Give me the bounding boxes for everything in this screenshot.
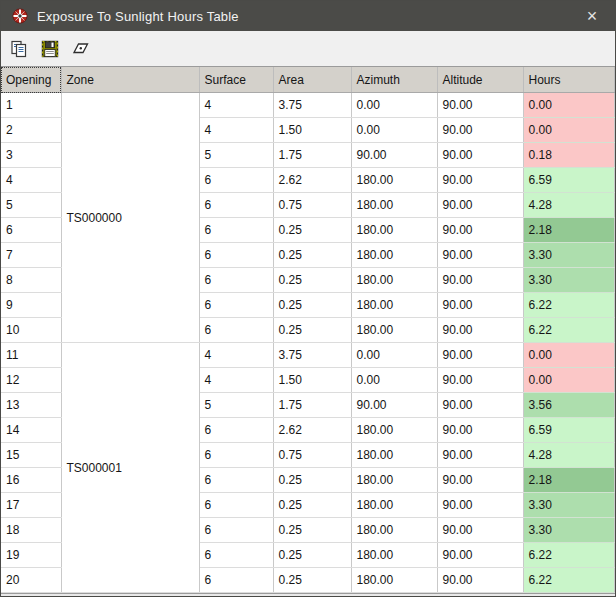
cell-altitude[interactable]: 90.00 — [437, 493, 523, 518]
cell-opening[interactable]: 18 — [1, 518, 61, 543]
cell-opening[interactable]: 10 — [1, 318, 61, 343]
cell-area[interactable]: 3.75 — [273, 93, 351, 118]
cell-surface[interactable]: 6 — [199, 218, 273, 243]
cell-altitude[interactable]: 90.00 — [437, 218, 523, 243]
cell-hours[interactable]: 4.28 — [523, 443, 615, 468]
cell-hours[interactable]: 3.56 — [523, 393, 615, 418]
cell-surface[interactable]: 4 — [199, 368, 273, 393]
cell-hours[interactable]: 2.18 — [523, 468, 615, 493]
cell-azimuth[interactable]: 180.00 — [351, 493, 437, 518]
cell-altitude[interactable]: 90.00 — [437, 568, 523, 593]
column-header-surface[interactable]: Surface — [199, 67, 273, 93]
cell-azimuth[interactable]: 0.00 — [351, 368, 437, 393]
cell-altitude[interactable]: 90.00 — [437, 168, 523, 193]
cell-hours[interactable]: 3.30 — [523, 518, 615, 543]
cell-azimuth[interactable]: 180.00 — [351, 443, 437, 468]
cell-hours[interactable]: 0.00 — [523, 118, 615, 143]
cell-opening[interactable]: 11 — [1, 343, 61, 368]
cell-azimuth[interactable]: 180.00 — [351, 243, 437, 268]
cell-surface[interactable]: 6 — [199, 243, 273, 268]
cell-azimuth[interactable]: 180.00 — [351, 418, 437, 443]
zone-cell[interactable]: TS000000 — [61, 93, 199, 343]
cell-hours[interactable]: 0.00 — [523, 368, 615, 393]
cell-altitude[interactable]: 90.00 — [437, 343, 523, 368]
cell-hours[interactable]: 2.18 — [523, 218, 615, 243]
column-header-hours[interactable]: Hours — [523, 67, 615, 93]
cell-area[interactable]: 1.50 — [273, 368, 351, 393]
cell-surface[interactable]: 4 — [199, 343, 273, 368]
cell-hours[interactable]: 3.30 — [523, 243, 615, 268]
cell-azimuth[interactable]: 180.00 — [351, 318, 437, 343]
cell-azimuth[interactable]: 180.00 — [351, 168, 437, 193]
cell-hours[interactable]: 0.00 — [523, 343, 615, 368]
cell-surface[interactable]: 6 — [199, 268, 273, 293]
cell-altitude[interactable]: 90.00 — [437, 93, 523, 118]
zone-cell[interactable]: TS000001 — [61, 343, 199, 593]
cell-altitude[interactable]: 90.00 — [437, 193, 523, 218]
cell-hours[interactable]: 0.00 — [523, 93, 615, 118]
cell-surface[interactable]: 4 — [199, 118, 273, 143]
cell-area[interactable]: 0.25 — [273, 268, 351, 293]
cell-opening[interactable]: 3 — [1, 143, 61, 168]
cell-opening[interactable]: 8 — [1, 268, 61, 293]
cell-hours[interactable]: 6.22 — [523, 568, 615, 593]
cell-area[interactable]: 0.25 — [273, 543, 351, 568]
cell-surface[interactable]: 4 — [199, 93, 273, 118]
cell-hours[interactable]: 6.22 — [523, 318, 615, 343]
cell-surface[interactable]: 6 — [199, 193, 273, 218]
cell-area[interactable]: 0.25 — [273, 468, 351, 493]
cell-surface[interactable]: 6 — [199, 493, 273, 518]
cell-hours[interactable]: 4.28 — [523, 193, 615, 218]
cell-azimuth[interactable]: 0.00 — [351, 343, 437, 368]
cell-hours[interactable]: 6.59 — [523, 168, 615, 193]
cell-area[interactable]: 3.75 — [273, 343, 351, 368]
cell-altitude[interactable]: 90.00 — [437, 418, 523, 443]
cell-azimuth[interactable]: 180.00 — [351, 543, 437, 568]
cell-surface[interactable]: 5 — [199, 143, 273, 168]
cell-opening[interactable]: 2 — [1, 118, 61, 143]
cell-altitude[interactable]: 90.00 — [437, 543, 523, 568]
cell-hours[interactable]: 6.22 — [523, 543, 615, 568]
cell-area[interactable]: 1.75 — [273, 143, 351, 168]
cell-altitude[interactable]: 90.00 — [437, 118, 523, 143]
cell-azimuth[interactable]: 0.00 — [351, 93, 437, 118]
cell-azimuth[interactable]: 180.00 — [351, 293, 437, 318]
cell-azimuth[interactable]: 90.00 — [351, 143, 437, 168]
cell-area[interactable]: 1.75 — [273, 393, 351, 418]
cell-surface[interactable]: 6 — [199, 443, 273, 468]
cell-opening[interactable]: 17 — [1, 493, 61, 518]
cell-altitude[interactable]: 90.00 — [437, 293, 523, 318]
cell-azimuth[interactable]: 0.00 — [351, 118, 437, 143]
cell-hours[interactable]: 0.18 — [523, 143, 615, 168]
export-button[interactable] — [70, 38, 92, 60]
cell-altitude[interactable]: 90.00 — [437, 243, 523, 268]
cell-azimuth[interactable]: 180.00 — [351, 193, 437, 218]
cell-opening[interactable]: 19 — [1, 543, 61, 568]
cell-hours[interactable]: 6.59 — [523, 418, 615, 443]
cell-opening[interactable]: 7 — [1, 243, 61, 268]
cell-area[interactable]: 2.62 — [273, 418, 351, 443]
cell-area[interactable]: 0.25 — [273, 293, 351, 318]
cell-opening[interactable]: 9 — [1, 293, 61, 318]
cell-surface[interactable]: 6 — [199, 418, 273, 443]
cell-opening[interactable]: 6 — [1, 218, 61, 243]
cell-area[interactable]: 0.75 — [273, 193, 351, 218]
cell-surface[interactable]: 6 — [199, 468, 273, 493]
cell-azimuth[interactable]: 180.00 — [351, 468, 437, 493]
cell-opening[interactable]: 4 — [1, 168, 61, 193]
cell-opening[interactable]: 5 — [1, 193, 61, 218]
cell-area[interactable]: 1.50 — [273, 118, 351, 143]
cell-altitude[interactable]: 90.00 — [437, 518, 523, 543]
cell-altitude[interactable]: 90.00 — [437, 143, 523, 168]
cell-area[interactable]: 0.25 — [273, 568, 351, 593]
cell-opening[interactable]: 16 — [1, 468, 61, 493]
close-button[interactable]: × — [569, 1, 615, 31]
column-header-opening[interactable]: Opening — [1, 67, 61, 93]
column-header-azimuth[interactable]: Azimuth — [351, 67, 437, 93]
cell-hours[interactable]: 3.30 — [523, 268, 615, 293]
cell-opening[interactable]: 1 — [1, 93, 61, 118]
cell-hours[interactable]: 3.30 — [523, 493, 615, 518]
cell-altitude[interactable]: 90.00 — [437, 393, 523, 418]
cell-surface[interactable]: 6 — [199, 168, 273, 193]
cell-azimuth[interactable]: 90.00 — [351, 393, 437, 418]
